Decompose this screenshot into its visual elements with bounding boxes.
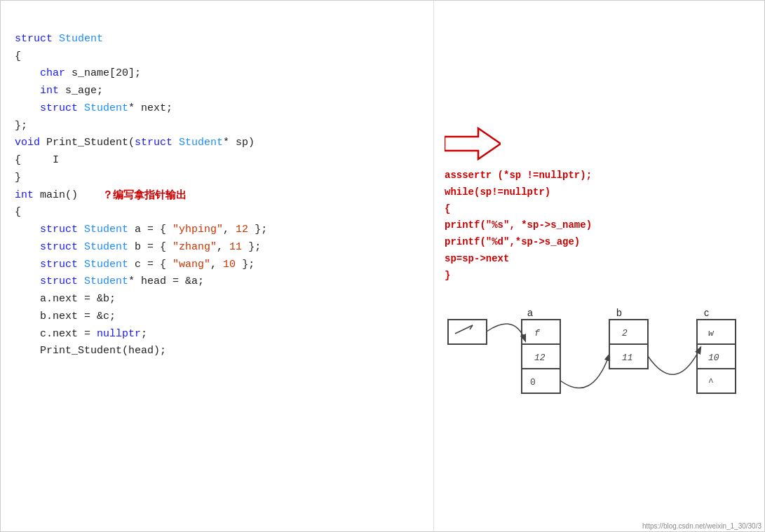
right-arrow-icon xyxy=(445,127,501,161)
svg-rect-17 xyxy=(697,320,736,344)
svg-rect-12 xyxy=(609,320,648,344)
svg-text:^: ^ xyxy=(708,377,714,388)
svg-text:10: 10 xyxy=(708,353,719,363)
answer-line4: printf("%s", *sp->s_name) xyxy=(445,217,754,234)
svg-text:a: a xyxy=(527,307,533,318)
svg-rect-9 xyxy=(522,369,560,393)
svg-rect-21 xyxy=(697,369,736,393)
question-annotation: ？编写拿指针输出 xyxy=(102,189,187,202)
svg-text:b: b xyxy=(616,307,622,318)
answer-line6: sp=sp->next xyxy=(445,251,754,268)
svg-rect-1 xyxy=(448,320,487,344)
answer-line2: while(sp!=nullptr) xyxy=(445,184,754,201)
diagram-area: a f 12 0 b 2 11 c xyxy=(445,299,754,495)
svg-rect-5 xyxy=(522,320,560,344)
answer-line1: asssertr (*sp !=nullptr); xyxy=(445,168,754,184)
svg-text:w: w xyxy=(708,328,715,339)
answer-code: asssertr (*sp !=nullptr); while(sp!=null… xyxy=(445,168,754,285)
watermark: https://blog.csdn.net/weixin_1_30/30/3 xyxy=(642,522,761,530)
code-block: struct Student { char s_name[20]; int s_… xyxy=(15,13,419,360)
question-text: ？编写拿指针输出 xyxy=(102,189,187,200)
right-top: asssertr (*sp !=nullptr); while(sp!=null… xyxy=(445,8,754,292)
svg-text:2: 2 xyxy=(622,328,628,339)
svg-text:f: f xyxy=(534,328,541,339)
linked-list-diagram: a f 12 0 b 2 11 c xyxy=(445,299,765,481)
answer-line7: } xyxy=(445,268,754,285)
svg-text:11: 11 xyxy=(622,353,633,363)
main-container: struct Student { char s_name[20]; int s_… xyxy=(0,0,765,532)
svg-text:c: c xyxy=(704,307,709,318)
right-panel: asssertr (*sp !=nullptr); while(sp!=null… xyxy=(434,1,764,531)
svg-text:0: 0 xyxy=(530,377,536,388)
svg-text:12: 12 xyxy=(534,353,546,363)
answer-line3: { xyxy=(445,201,754,218)
left-panel: struct Student { char s_name[20]; int s_… xyxy=(1,1,434,531)
answer-line5: printf("%d",*sp->s_age) xyxy=(445,234,754,251)
svg-marker-0 xyxy=(445,128,501,159)
